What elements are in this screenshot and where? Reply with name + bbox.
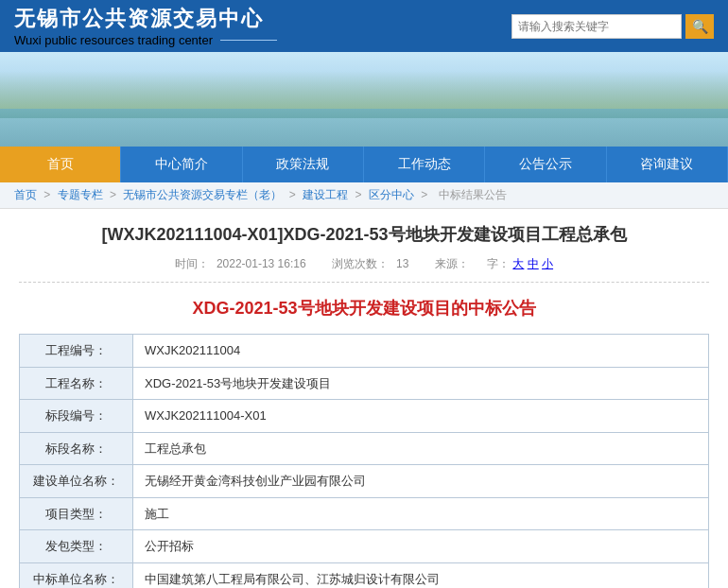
banner	[0, 52, 728, 147]
table-row: 中标单位名称：中国建筑第八工程局有限公司、江苏城归设计有限公司	[20, 562, 709, 588]
breadcrumb-construction[interactable]: 建设工程	[303, 188, 348, 201]
nav-item-about[interactable]: 中心简介	[121, 147, 242, 182]
row-label: 建设单位名称：	[20, 465, 133, 498]
table-row: 建设单位名称：无锡经开黄金湾科技创业产业园有限公司	[20, 465, 709, 498]
font-large-link[interactable]: 大	[512, 257, 524, 270]
row-label: 工程编号：	[20, 335, 133, 368]
row-value: XDG-2021-53号地块开发建设项目	[133, 367, 709, 400]
header: 无锡市公共资源交易中心 Wuxi public resources tradin…	[0, 0, 728, 52]
breadcrumb-district[interactable]: 区分中心	[369, 188, 414, 201]
row-value: 工程总承包	[133, 432, 709, 465]
nav-item-policy[interactable]: 政策法规	[243, 147, 364, 182]
breadcrumb: 首页 > 专题专栏 > 无锡市公共资源交易专栏（老） > 建设工程 > 区分中心…	[0, 182, 728, 209]
main-nav: 首页 中心简介 政策法规 工作动态 公告公示 咨询建议	[0, 147, 728, 182]
logo-en: Wuxi public resources trading center	[14, 33, 277, 47]
search-input[interactable]	[511, 14, 682, 39]
search-button[interactable]: 🔍	[685, 14, 714, 39]
row-value: 施工	[133, 497, 709, 530]
breadcrumb-special[interactable]: 专题专栏	[58, 188, 103, 201]
main-content: [WXJK202111004-X01]XDG-2021-53号地块开发建设项目工…	[0, 209, 728, 588]
article-title: [WXJK202111004-X01]XDG-2021-53号地块开发建设项目工…	[19, 223, 709, 247]
row-label: 标段名称：	[20, 432, 133, 465]
breadcrumb-home[interactable]: 首页	[14, 188, 37, 201]
nav-item-news[interactable]: 工作动态	[364, 147, 485, 182]
logo-cn: 无锡市公共资源交易中心	[14, 5, 277, 33]
info-table: 工程编号：WXJK202111004工程名称：XDG-2021-53号地块开发建…	[19, 334, 709, 588]
font-small-link[interactable]: 小	[542, 257, 553, 270]
row-label: 标段编号：	[20, 400, 133, 433]
nav-item-notice[interactable]: 公告公示	[485, 147, 606, 182]
font-size-label: 字： 大 中 小	[487, 257, 553, 270]
breadcrumb-trading[interactable]: 无锡市公共资源交易专栏（老）	[123, 188, 282, 201]
row-value: 公开招标	[133, 530, 709, 563]
row-label: 工程名称：	[20, 367, 133, 400]
row-label: 中标单位名称：	[20, 562, 133, 588]
table-row: 项目类型：施工	[20, 497, 709, 530]
table-row: 发包类型：公开招标	[20, 530, 709, 563]
table-row: 标段名称：工程总承包	[20, 432, 709, 465]
row-value: WXJK202111004	[133, 335, 709, 368]
nav-item-consult[interactable]: 咨询建议	[607, 147, 728, 182]
search-area: 🔍	[511, 14, 714, 39]
announce-title: XDG-2021-53号地块开发建设项目的中标公告	[19, 297, 709, 320]
row-value: 无锡经开黄金湾科技创业产业园有限公司	[133, 465, 709, 498]
font-medium-link[interactable]: 中	[528, 257, 539, 270]
nav-item-home[interactable]: 首页	[0, 147, 121, 182]
row-label: 发包类型：	[20, 530, 133, 563]
time-label: 时间：2022-01-13 16:16	[175, 257, 314, 270]
source-label: 来源：	[435, 257, 469, 270]
breadcrumb-current: 中标结果公告	[439, 188, 507, 201]
row-label: 项目类型：	[20, 497, 133, 530]
article-meta: 时间：2022-01-13 16:16 浏览次数：13 来源： 字： 大 中 小	[19, 256, 709, 283]
table-row: 工程名称：XDG-2021-53号地块开发建设项目	[20, 367, 709, 400]
table-row: 标段编号：WXJK202111004-X01	[20, 400, 709, 433]
row-value: WXJK202111004-X01	[133, 400, 709, 433]
logo-area: 无锡市公共资源交易中心 Wuxi public resources tradin…	[14, 5, 277, 47]
views-label: 浏览次数：13	[332, 257, 416, 270]
table-row: 工程编号：WXJK202111004	[20, 335, 709, 368]
row-value: 中国建筑第八工程局有限公司、江苏城归设计有限公司	[133, 562, 709, 588]
